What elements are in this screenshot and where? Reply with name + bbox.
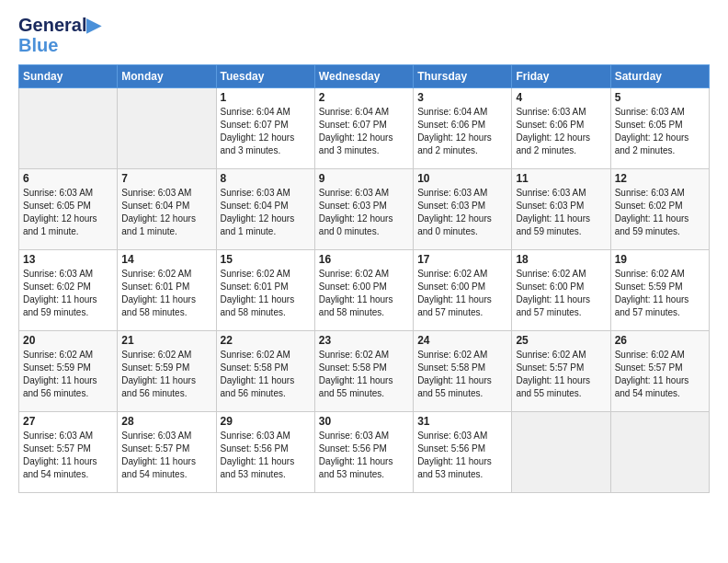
weekday-header-monday: Monday	[118, 65, 216, 88]
week-row-3: 20Sunrise: 6:02 AM Sunset: 5:59 PM Dayli…	[19, 331, 710, 412]
day-info: Sunrise: 6:02 AM Sunset: 6:00 PM Dayligh…	[516, 268, 606, 319]
week-row-0: 1Sunrise: 6:04 AM Sunset: 6:07 PM Daylig…	[19, 88, 710, 169]
logo-line2: Blue	[18, 35, 100, 55]
day-number: 13	[23, 253, 113, 266]
week-row-1: 6Sunrise: 6:03 AM Sunset: 6:05 PM Daylig…	[19, 169, 710, 250]
day-cell: 6Sunrise: 6:03 AM Sunset: 6:05 PM Daylig…	[19, 169, 118, 250]
day-info: Sunrise: 6:02 AM Sunset: 5:59 PM Dayligh…	[23, 349, 113, 400]
day-number: 6	[23, 172, 113, 185]
day-number: 20	[23, 334, 113, 347]
day-info: Sunrise: 6:02 AM Sunset: 5:57 PM Dayligh…	[615, 349, 705, 400]
day-cell: 12Sunrise: 6:03 AM Sunset: 6:02 PM Dayli…	[610, 169, 709, 250]
day-number: 21	[121, 334, 211, 347]
day-cell: 22Sunrise: 6:02 AM Sunset: 5:58 PM Dayli…	[216, 331, 314, 412]
day-number: 9	[319, 172, 409, 185]
day-info: Sunrise: 6:03 AM Sunset: 5:57 PM Dayligh…	[23, 430, 113, 481]
day-number: 16	[319, 253, 409, 266]
day-cell: 25Sunrise: 6:02 AM Sunset: 5:57 PM Dayli…	[512, 331, 610, 412]
logo: General▶ Blue	[18, 15, 100, 55]
day-number: 5	[615, 91, 705, 104]
day-cell	[19, 88, 118, 169]
day-number: 22	[221, 334, 311, 347]
day-cell: 30Sunrise: 6:03 AM Sunset: 5:56 PM Dayli…	[314, 412, 413, 493]
weekday-header-sunday: Sunday	[19, 65, 118, 88]
weekday-header-thursday: Thursday	[414, 65, 512, 88]
weekday-header-saturday: Saturday	[610, 65, 709, 88]
day-info: Sunrise: 6:02 AM Sunset: 6:00 PM Dayligh…	[319, 268, 409, 319]
day-number: 23	[319, 334, 409, 347]
day-cell: 17Sunrise: 6:02 AM Sunset: 6:00 PM Dayli…	[414, 250, 512, 331]
day-info: Sunrise: 6:02 AM Sunset: 5:57 PM Dayligh…	[516, 349, 606, 400]
day-info: Sunrise: 6:03 AM Sunset: 5:56 PM Dayligh…	[319, 430, 409, 481]
day-cell: 14Sunrise: 6:02 AM Sunset: 6:01 PM Dayli…	[118, 250, 216, 331]
day-cell	[512, 412, 610, 493]
day-info: Sunrise: 6:03 AM Sunset: 6:03 PM Dayligh…	[319, 187, 409, 238]
day-number: 26	[615, 334, 705, 347]
day-number: 14	[121, 253, 211, 266]
day-info: Sunrise: 6:02 AM Sunset: 5:58 PM Dayligh…	[319, 349, 409, 400]
day-info: Sunrise: 6:03 AM Sunset: 6:04 PM Dayligh…	[121, 187, 211, 238]
calendar: SundayMondayTuesdayWednesdayThursdayFrid…	[18, 64, 710, 493]
header: General▶ Blue	[18, 15, 710, 55]
day-cell: 19Sunrise: 6:02 AM Sunset: 5:59 PM Dayli…	[610, 250, 709, 331]
day-info: Sunrise: 6:04 AM Sunset: 6:07 PM Dayligh…	[221, 106, 311, 157]
day-cell: 7Sunrise: 6:03 AM Sunset: 6:04 PM Daylig…	[118, 169, 216, 250]
day-info: Sunrise: 6:03 AM Sunset: 5:56 PM Dayligh…	[221, 430, 311, 481]
day-info: Sunrise: 6:02 AM Sunset: 5:58 PM Dayligh…	[417, 349, 507, 400]
day-info: Sunrise: 6:03 AM Sunset: 6:05 PM Dayligh…	[615, 106, 705, 157]
day-number: 4	[516, 91, 606, 104]
day-info: Sunrise: 6:03 AM Sunset: 6:02 PM Dayligh…	[615, 187, 705, 238]
day-number: 25	[516, 334, 606, 347]
day-number: 18	[516, 253, 606, 266]
day-cell: 28Sunrise: 6:03 AM Sunset: 5:57 PM Dayli…	[118, 412, 216, 493]
day-number: 3	[417, 91, 507, 104]
weekday-header-friday: Friday	[512, 65, 610, 88]
day-number: 2	[319, 91, 409, 104]
day-info: Sunrise: 6:02 AM Sunset: 5:58 PM Dayligh…	[221, 349, 311, 400]
weekday-header-tuesday: Tuesday	[216, 65, 314, 88]
day-info: Sunrise: 6:03 AM Sunset: 5:56 PM Dayligh…	[417, 430, 507, 481]
page: General▶ Blue SundayMondayTuesdayWednesd…	[0, 0, 728, 563]
day-info: Sunrise: 6:04 AM Sunset: 6:06 PM Dayligh…	[417, 106, 507, 157]
day-cell	[118, 88, 216, 169]
day-cell: 10Sunrise: 6:03 AM Sunset: 6:03 PM Dayli…	[414, 169, 512, 250]
week-row-2: 13Sunrise: 6:03 AM Sunset: 6:02 PM Dayli…	[19, 250, 710, 331]
day-cell: 26Sunrise: 6:02 AM Sunset: 5:57 PM Dayli…	[610, 331, 709, 412]
day-number: 17	[417, 253, 507, 266]
logo-line1: General▶	[18, 15, 100, 35]
day-cell: 23Sunrise: 6:02 AM Sunset: 5:58 PM Dayli…	[314, 331, 413, 412]
day-info: Sunrise: 6:03 AM Sunset: 6:02 PM Dayligh…	[23, 268, 113, 319]
day-number: 11	[516, 172, 606, 185]
day-cell: 3Sunrise: 6:04 AM Sunset: 6:06 PM Daylig…	[414, 88, 512, 169]
day-cell: 21Sunrise: 6:02 AM Sunset: 5:59 PM Dayli…	[118, 331, 216, 412]
week-row-4: 27Sunrise: 6:03 AM Sunset: 5:57 PM Dayli…	[19, 412, 710, 493]
day-number: 28	[121, 415, 211, 428]
day-cell: 11Sunrise: 6:03 AM Sunset: 6:03 PM Dayli…	[512, 169, 610, 250]
day-info: Sunrise: 6:03 AM Sunset: 5:57 PM Dayligh…	[121, 430, 211, 481]
day-number: 19	[615, 253, 705, 266]
day-info: Sunrise: 6:02 AM Sunset: 6:00 PM Dayligh…	[417, 268, 507, 319]
weekday-header-row: SundayMondayTuesdayWednesdayThursdayFrid…	[19, 65, 710, 88]
day-number: 24	[417, 334, 507, 347]
day-number: 15	[221, 253, 311, 266]
day-cell: 31Sunrise: 6:03 AM Sunset: 5:56 PM Dayli…	[414, 412, 512, 493]
day-info: Sunrise: 6:04 AM Sunset: 6:07 PM Dayligh…	[319, 106, 409, 157]
day-cell: 4Sunrise: 6:03 AM Sunset: 6:06 PM Daylig…	[512, 88, 610, 169]
day-cell: 13Sunrise: 6:03 AM Sunset: 6:02 PM Dayli…	[19, 250, 118, 331]
day-cell: 5Sunrise: 6:03 AM Sunset: 6:05 PM Daylig…	[610, 88, 709, 169]
day-info: Sunrise: 6:03 AM Sunset: 6:06 PM Dayligh…	[516, 106, 606, 157]
day-cell: 18Sunrise: 6:02 AM Sunset: 6:00 PM Dayli…	[512, 250, 610, 331]
day-cell: 24Sunrise: 6:02 AM Sunset: 5:58 PM Dayli…	[414, 331, 512, 412]
weekday-header-wednesday: Wednesday	[314, 65, 413, 88]
day-cell: 9Sunrise: 6:03 AM Sunset: 6:03 PM Daylig…	[314, 169, 413, 250]
day-info: Sunrise: 6:02 AM Sunset: 5:59 PM Dayligh…	[615, 268, 705, 319]
day-cell: 15Sunrise: 6:02 AM Sunset: 6:01 PM Dayli…	[216, 250, 314, 331]
day-cell: 27Sunrise: 6:03 AM Sunset: 5:57 PM Dayli…	[19, 412, 118, 493]
day-number: 12	[615, 172, 705, 185]
day-number: 7	[121, 172, 211, 185]
day-number: 27	[23, 415, 113, 428]
day-cell: 1Sunrise: 6:04 AM Sunset: 6:07 PM Daylig…	[216, 88, 314, 169]
day-info: Sunrise: 6:03 AM Sunset: 6:03 PM Dayligh…	[516, 187, 606, 238]
day-cell: 29Sunrise: 6:03 AM Sunset: 5:56 PM Dayli…	[216, 412, 314, 493]
day-cell: 8Sunrise: 6:03 AM Sunset: 6:04 PM Daylig…	[216, 169, 314, 250]
